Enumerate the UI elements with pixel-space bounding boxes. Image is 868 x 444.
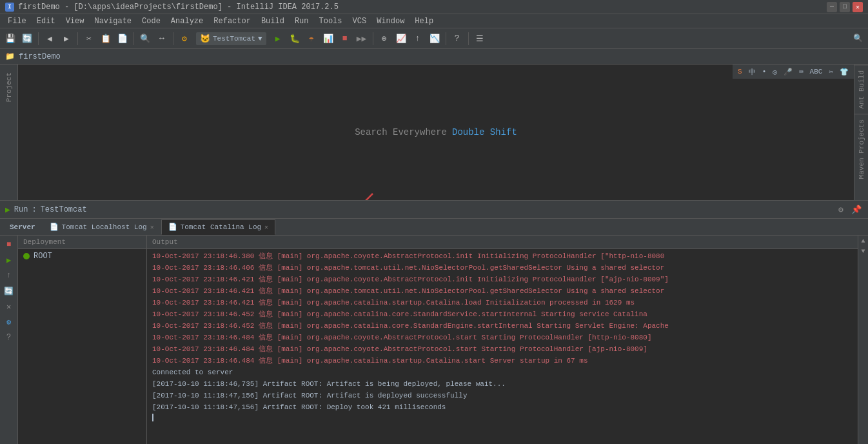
toolbar-search-icon[interactable]: 🔍	[850, 31, 865, 46]
log-line: 10-Oct-2017 23:18:46.421 信息 [main] org.a…	[147, 285, 858, 297]
menu-refactor[interactable]: Refactor	[208, 15, 256, 27]
scroll-up-button[interactable]: ▲	[858, 236, 869, 246]
stop-server-button[interactable]: ■	[3, 238, 15, 251]
log-line: 10-Oct-2017 23:18:46.484 信息 [main] org.a…	[147, 355, 858, 367]
tab-server[interactable]: Server	[3, 219, 43, 235]
project-bar: 📁 firstDemo	[0, 49, 868, 65]
menu-analyze[interactable]: Analyze	[166, 15, 208, 27]
ant-build-tab[interactable]: Ant Build	[854, 65, 868, 114]
maximize-button[interactable]: □	[840, 2, 850, 12]
ime-circle-button[interactable]: ◎	[770, 68, 780, 76]
project-folder-icon: 📁	[5, 52, 15, 61]
input-caret-line	[147, 413, 858, 422]
ime-s-button[interactable]: S	[735, 68, 745, 76]
back-button[interactable]: ◀	[42, 31, 57, 46]
debug-button[interactable]: 🐛	[287, 31, 302, 46]
menu-tools[interactable]: Tools	[314, 15, 348, 27]
find-button[interactable]: 🔍	[137, 31, 153, 46]
tab-catalina-log-close[interactable]: ✕	[264, 223, 268, 231]
tab-catalina-log[interactable]: 📄 Tomcat Catalina Log ✕	[161, 219, 275, 235]
menu-bar: File Edit View Navigate Code Analyze Ref…	[0, 14, 868, 28]
save-all-button[interactable]: 💾	[3, 31, 18, 46]
deployment-list[interactable]: ROOT	[18, 249, 146, 444]
ime-abc-button[interactable]: ABC	[807, 68, 825, 76]
editor-area[interactable]: S 中 • ◎ 🎤 ⌨ ABC ✂ 👕 Search Everywhere Do…	[18, 65, 854, 200]
panel-pin-button[interactable]: 📌	[850, 203, 863, 216]
run-panel-header: ▶ Run : TestTomcat ⚙ 📌	[0, 201, 868, 219]
log-line: 10-Oct-2017 23:18:46.452 信息 [main] org.a…	[147, 320, 858, 332]
menu-build[interactable]: Build	[256, 15, 290, 27]
update-app-button[interactable]: ↑	[3, 269, 15, 282]
run-button[interactable]: ▶	[270, 31, 286, 46]
text-cursor	[152, 414, 153, 421]
panel-right-scroll: ▲ ▼	[858, 236, 868, 444]
search-everywhere-hint: Search Everywhere Double Shift	[355, 127, 517, 137]
tabs-row: Server 📄 Tomcat Localhost Log ✕ 📄 Tomcat…	[0, 219, 868, 236]
update-button[interactable]: ↑	[410, 31, 426, 46]
ime-chinese-button[interactable]: 中	[746, 67, 758, 77]
run-server-name: TestTomcat	[41, 205, 87, 214]
close-button[interactable]: ✕	[853, 2, 863, 12]
menu-help[interactable]: Help	[409, 15, 439, 27]
project-name: firstDemo	[19, 52, 61, 61]
tab-localhost-log-icon: 📄	[50, 223, 59, 231]
restart-server-button[interactable]: ▶	[3, 254, 15, 267]
synchronize-button[interactable]: 🔄	[19, 31, 35, 46]
title-bar: I firstDemo - [D:\apps\ideaProjects\firs…	[0, 0, 868, 14]
ime-dot-button[interactable]: •	[760, 68, 769, 76]
menu-run[interactable]: Run	[290, 15, 314, 27]
panel-settings-button[interactable]: ⚙	[834, 203, 847, 216]
menu-navigate[interactable]: Navigate	[89, 15, 137, 27]
cut-button[interactable]: ✂	[81, 31, 97, 46]
tab-server-label: Server	[10, 223, 35, 231]
output-scroll[interactable]: 10-Oct-2017 23:18:46.380 信息 [main] org.a…	[147, 249, 858, 444]
paste-button[interactable]: 📄	[115, 31, 130, 46]
profile2-button[interactable]: 📉	[427, 31, 442, 46]
run-config-dropdown-icon: ▼	[258, 35, 262, 43]
toolbar-separator-1	[38, 32, 39, 45]
log-line: [2017-10-10 11:18:46,735] Artifact ROOT:…	[147, 378, 858, 390]
build-button[interactable]: ⚙	[177, 31, 192, 46]
menu-view[interactable]: View	[61, 15, 90, 27]
ime-scissors-button[interactable]: ✂	[826, 68, 836, 76]
ime-keyboard-button[interactable]: ⌨	[796, 68, 806, 76]
log-line: 10-Oct-2017 23:18:46.421 信息 [main] org.a…	[147, 297, 858, 308]
coverage2-button[interactable]: 📈	[393, 31, 409, 46]
close-panel-button[interactable]: ✕	[3, 300, 15, 313]
add-config-button[interactable]: ⊕	[377, 31, 392, 46]
resume-button[interactable]: ▶▶	[354, 31, 370, 46]
menu-file[interactable]: File	[3, 15, 32, 27]
profile-button[interactable]: 📊	[321, 31, 336, 46]
tasks-button[interactable]: ☰	[472, 31, 488, 46]
reload-button[interactable]: 🔄	[3, 285, 15, 298]
maven-projects-tab[interactable]: Maven Projects	[854, 114, 868, 184]
copy-button[interactable]: 📋	[98, 31, 113, 46]
log-line: Connected to server	[147, 367, 858, 378]
sidebar-project-tab[interactable]: Project	[5, 67, 13, 107]
help-button[interactable]: ?	[449, 31, 465, 46]
menu-edit[interactable]: Edit	[32, 15, 61, 27]
run-config-selector[interactable]: 🐱 TestTomcat ▼	[196, 32, 266, 45]
log-line: [2017-10-10 11:18:47,156] Artifact ROOT:…	[147, 401, 858, 413]
coverage-button[interactable]: ☂	[304, 31, 319, 46]
scroll-down-button[interactable]: ▼	[858, 246, 869, 256]
tab-localhost-log[interactable]: 📄 Tomcat Localhost Log ✕	[43, 219, 161, 235]
tab-localhost-log-close[interactable]: ✕	[150, 223, 154, 231]
forward-button[interactable]: ▶	[59, 31, 74, 46]
deployment-item-root[interactable]: ROOT	[18, 249, 146, 263]
log-line: 10-Oct-2017 23:18:46.380 信息 [main] org.a…	[147, 250, 858, 262]
question-btn[interactable]: ?	[3, 331, 15, 344]
ime-mic-button[interactable]: 🎤	[781, 68, 795, 76]
tab-catalina-log-label: Tomcat Catalina Log	[181, 223, 261, 231]
menu-code[interactable]: Code	[137, 15, 166, 27]
deployment-column: Deployment ROOT	[18, 236, 147, 444]
stop-button[interactable]: ■	[337, 31, 353, 46]
menu-window[interactable]: Window	[371, 15, 409, 27]
ime-shirt-button[interactable]: 👕	[837, 68, 851, 76]
settings-btn[interactable]: ⚙	[3, 316, 15, 328]
log-line: 10-Oct-2017 23:18:46.452 信息 [main] org.a…	[147, 308, 858, 320]
minimize-button[interactable]: ─	[827, 2, 837, 12]
menu-vcs[interactable]: VCS	[348, 15, 372, 27]
tab-catalina-log-icon: 📄	[168, 223, 177, 231]
replace-button[interactable]: ↔	[154, 31, 170, 46]
